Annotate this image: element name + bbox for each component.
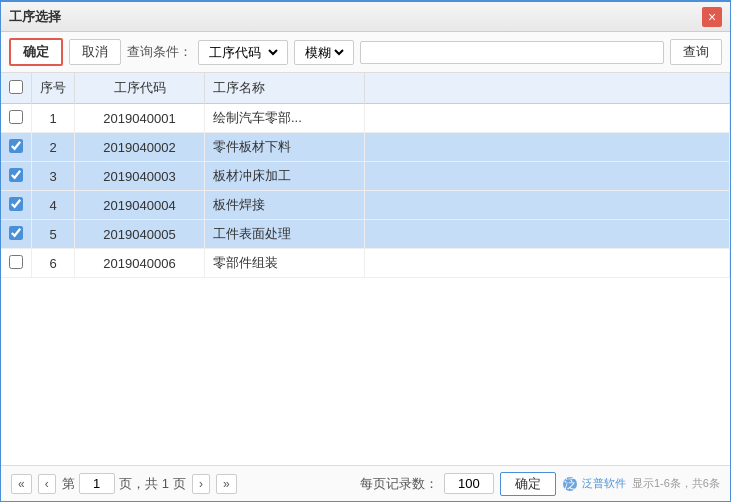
header-extra (365, 73, 730, 104)
field-select[interactable]: 工序代码 工序名称 (198, 40, 288, 65)
first-page-button[interactable]: « (11, 474, 32, 494)
row-code: 2019040004 (75, 191, 205, 220)
table-row[interactable]: 22019040002零件板材下料 (1, 133, 730, 162)
match-select[interactable]: 模糊 精确 (294, 40, 354, 65)
table-header-row: 序号 工序代码 工序名称 (1, 73, 730, 104)
header-seq: 序号 (32, 73, 75, 104)
next-page-button[interactable]: › (192, 474, 210, 494)
toolbar: 确定 取消 查询条件： 工序代码 工序名称 模糊 精确 查询 (1, 32, 730, 73)
row-seq: 2 (32, 133, 75, 162)
row-name: 板件焊接 (205, 191, 365, 220)
row-checkbox[interactable] (9, 226, 23, 240)
row-checkbox-cell[interactable] (1, 133, 32, 162)
confirm-button[interactable]: 确定 (9, 38, 63, 66)
row-checkbox[interactable] (9, 197, 23, 211)
row-name: 绘制汽车零部... (205, 104, 365, 133)
table-row[interactable]: 62019040006零部件组装 (1, 249, 730, 278)
row-name: 零件板材下料 (205, 133, 365, 162)
row-checkbox[interactable] (9, 110, 23, 124)
page-suffix: 页 (173, 475, 186, 493)
header-name: 工序名称 (205, 73, 365, 104)
header-code: 工序代码 (75, 73, 205, 104)
logo-text: 泛普软件 (582, 476, 626, 491)
row-seq: 3 (32, 162, 75, 191)
match-select-input[interactable]: 模糊 精确 (301, 44, 347, 61)
row-name: 板材冲床加工 (205, 162, 365, 191)
row-extra (365, 249, 730, 278)
row-checkbox-cell[interactable] (1, 249, 32, 278)
row-checkbox[interactable] (9, 168, 23, 182)
data-table: 序号 工序代码 工序名称 12019040001绘制汽车零部...2201904… (1, 73, 730, 278)
prev-page-button[interactable]: ‹ (38, 474, 56, 494)
page-input[interactable] (79, 473, 115, 494)
page-info: 第 页，共 1 页 (62, 473, 186, 494)
row-seq: 5 (32, 220, 75, 249)
row-checkbox-cell[interactable] (1, 220, 32, 249)
header-checkbox-cell (1, 73, 32, 104)
query-button[interactable]: 查询 (670, 39, 722, 65)
row-seq: 4 (32, 191, 75, 220)
footer-confirm-button[interactable]: 确定 (500, 472, 556, 496)
row-seq: 1 (32, 104, 75, 133)
page-prefix: 第 (62, 475, 75, 493)
row-code: 2019040003 (75, 162, 205, 191)
page-middle: 页，共 (119, 475, 158, 493)
title-bar: 工序选择 × (1, 2, 730, 32)
field-select-input[interactable]: 工序代码 工序名称 (205, 44, 281, 61)
close-button[interactable]: × (702, 7, 722, 27)
per-page-input[interactable] (444, 473, 494, 494)
svg-text:泛: 泛 (563, 476, 576, 491)
table-row[interactable]: 32019040003板材冲床加工 (1, 162, 730, 191)
total-pages: 1 (162, 476, 169, 491)
row-name: 工件表面处理 (205, 220, 365, 249)
query-condition-label: 查询条件： (127, 43, 192, 61)
logo-icon: 泛 (562, 476, 578, 492)
row-extra (365, 191, 730, 220)
row-code: 2019040001 (75, 104, 205, 133)
row-checkbox-cell[interactable] (1, 162, 32, 191)
row-extra (365, 133, 730, 162)
dialog-container: 工序选择 × 确定 取消 查询条件： 工序代码 工序名称 模糊 精确 查询 (0, 0, 731, 502)
dialog-title: 工序选择 (9, 8, 61, 26)
row-name: 零部件组装 (205, 249, 365, 278)
cancel-button[interactable]: 取消 (69, 39, 121, 65)
table-row[interactable]: 12019040001绘制汽车零部... (1, 104, 730, 133)
row-checkbox-cell[interactable] (1, 104, 32, 133)
table-row[interactable]: 52019040005工件表面处理 (1, 220, 730, 249)
row-extra (365, 220, 730, 249)
row-code: 2019040002 (75, 133, 205, 162)
select-all-checkbox[interactable] (9, 80, 23, 94)
count-label: 显示1-6条，共6条 (632, 476, 720, 491)
row-extra (365, 162, 730, 191)
row-code: 2019040006 (75, 249, 205, 278)
row-code: 2019040005 (75, 220, 205, 249)
table-row[interactable]: 42019040004板件焊接 (1, 191, 730, 220)
footer: « ‹ 第 页，共 1 页 › » 每页记录数： 确定 泛 泛普软件 显示1-6… (1, 465, 730, 501)
search-input[interactable] (360, 41, 664, 64)
last-page-button[interactable]: » (216, 474, 237, 494)
row-checkbox-cell[interactable] (1, 191, 32, 220)
row-checkbox[interactable] (9, 139, 23, 153)
row-extra (365, 104, 730, 133)
row-seq: 6 (32, 249, 75, 278)
logo-area: 泛 泛普软件 (562, 476, 626, 492)
row-checkbox[interactable] (9, 255, 23, 269)
table-container: 序号 工序代码 工序名称 12019040001绘制汽车零部...2201904… (1, 73, 730, 465)
per-page-label: 每页记录数： (360, 475, 438, 493)
